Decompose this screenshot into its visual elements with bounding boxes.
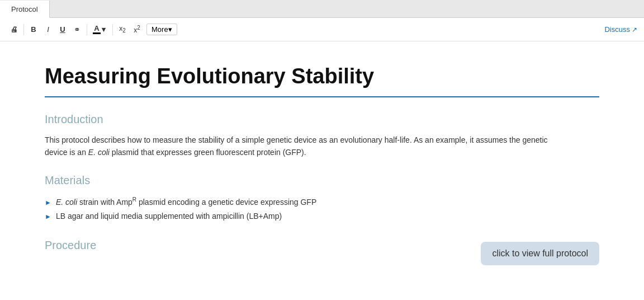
italic-button[interactable]: I: [41, 22, 55, 37]
print-icon: 🖨: [11, 25, 18, 34]
font-color-letter: A: [94, 25, 99, 32]
superscript-label: x2: [134, 25, 140, 34]
print-button[interactable]: 🖨: [7, 22, 21, 37]
font-color-bar: [93, 32, 101, 34]
font-color-button[interactable]: A ▾: [89, 22, 110, 37]
subscript-label: x2: [119, 25, 126, 34]
list-item: ► E. coli strain with AmpR plasmid encod…: [45, 195, 599, 209]
link-button[interactable]: ⚭: [70, 22, 84, 37]
external-link-icon: ↗: [632, 26, 637, 34]
content-area: Measuring Evolutionary Stability Introdu…: [0, 41, 644, 276]
material-item-2: LB agar and liquid media supplemented wi…: [56, 209, 282, 223]
subscript-button[interactable]: x2: [115, 22, 130, 37]
bold-label: B: [31, 25, 36, 34]
introduction-body: This protocol describes how to measure t…: [45, 134, 548, 159]
bullet-arrow-2: ►: [45, 211, 51, 223]
section-heading-introduction: Introduction: [45, 113, 599, 126]
separator-1: [23, 24, 24, 35]
font-color-indicator: A: [93, 25, 101, 34]
section-heading-materials: Materials: [45, 174, 599, 187]
separator-3: [112, 24, 113, 35]
bullet-arrow-1: ►: [45, 197, 51, 209]
link-icon: ⚭: [74, 25, 80, 34]
list-item: ► LB agar and liquid media supplemented …: [45, 209, 599, 223]
underline-button[interactable]: U: [55, 22, 70, 37]
tab-protocol-label: Protocol: [11, 5, 38, 13]
view-full-protocol-tooltip[interactable]: click to view full protocol: [481, 242, 599, 265]
italic-label: I: [47, 25, 49, 34]
superscript-button[interactable]: x2: [130, 22, 144, 37]
separator-2: [87, 24, 87, 35]
discuss-link[interactable]: Discuss ↗: [604, 25, 637, 34]
underline-label: U: [60, 25, 65, 34]
toolbar: 🖨 B I U ⚭ A ▾ x2 x2 More ▾ Discuss: [0, 18, 644, 41]
more-label: More: [151, 25, 168, 34]
font-color-arrow: ▾: [101, 24, 107, 35]
discuss-label: Discuss: [604, 25, 630, 34]
more-arrow: ▾: [168, 25, 172, 34]
material-item-1: E. coli strain with AmpR plasmid encodin…: [56, 195, 316, 209]
document-title: Measuring Evolutionary Stability: [45, 64, 599, 97]
materials-list: ► E. coli strain with AmpR plasmid encod…: [45, 195, 599, 223]
tab-bar: Protocol: [0, 0, 644, 18]
more-button[interactable]: More ▾: [146, 24, 177, 35]
bold-button[interactable]: B: [26, 22, 41, 37]
tab-protocol[interactable]: Protocol: [0, 1, 50, 18]
